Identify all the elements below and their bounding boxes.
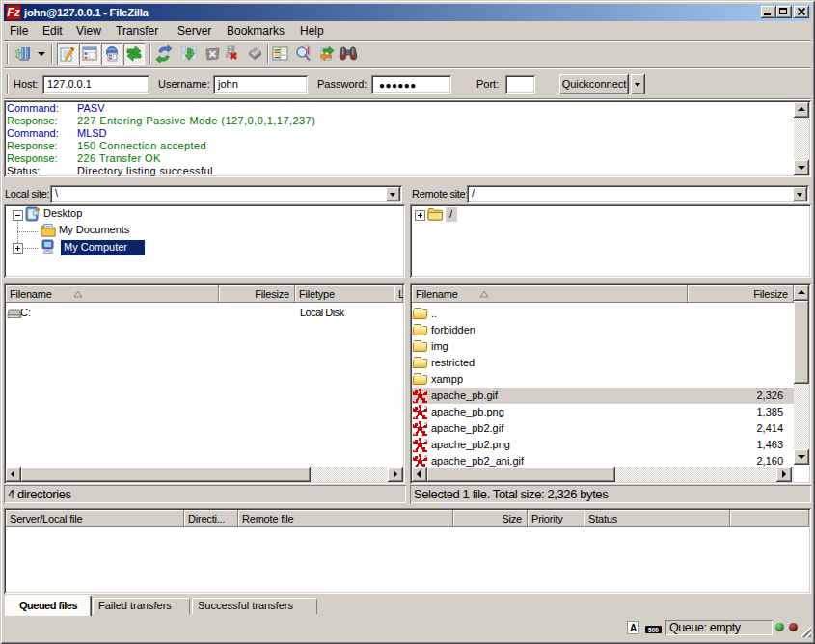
svg-text:500: 500 [648,627,659,632]
